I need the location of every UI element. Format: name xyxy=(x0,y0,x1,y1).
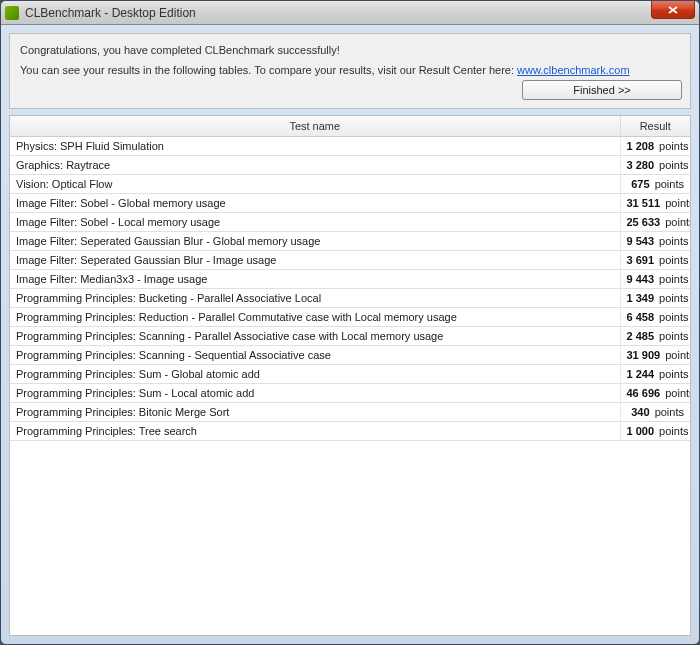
result-cell: 3 280 points xyxy=(620,155,690,174)
result-cell: 31 511 points xyxy=(620,193,690,212)
test-name-cell: Programming Principles: Scanning - Paral… xyxy=(10,326,620,345)
result-value: 9 443 xyxy=(627,273,655,285)
result-cell: 2 485 points xyxy=(620,326,690,345)
content-area: Congratulations, you have completed CLBe… xyxy=(1,25,699,644)
result-cell: 340 points xyxy=(620,402,690,421)
result-value: 31 909 xyxy=(627,349,661,361)
result-unit: points xyxy=(656,292,688,304)
table-row[interactable]: Programming Principles: Bitonic Merge So… xyxy=(10,402,690,421)
result-cell: 1 208 points xyxy=(620,136,690,155)
test-name-cell: Programming Principles: Bucketing - Para… xyxy=(10,288,620,307)
titlebar[interactable]: CLBenchmark - Desktop Edition xyxy=(1,1,699,25)
result-unit: points xyxy=(656,159,688,171)
test-name-cell: Image Filter: Median3x3 - Image usage xyxy=(10,269,620,288)
result-value: 9 543 xyxy=(627,235,655,247)
result-center-link[interactable]: www.clbenchmark.com xyxy=(517,64,629,76)
result-cell: 46 696 points xyxy=(620,383,690,402)
table-row[interactable]: Image Filter: Seperated Gaussian Blur - … xyxy=(10,231,690,250)
table-row[interactable]: Image Filter: Sobel - Local memory usage… xyxy=(10,212,690,231)
test-name-cell: Graphics: Raytrace xyxy=(10,155,620,174)
result-unit: points xyxy=(656,140,688,152)
result-unit: points xyxy=(656,254,688,266)
app-window: CLBenchmark - Desktop Edition Congratula… xyxy=(0,0,700,645)
table-row[interactable]: Programming Principles: Tree search1 000… xyxy=(10,421,690,440)
test-name-cell: Programming Principles: Tree search xyxy=(10,421,620,440)
window-controls xyxy=(651,1,699,19)
table-row[interactable]: Physics: SPH Fluid Simulation1 208 point… xyxy=(10,136,690,155)
table-row[interactable]: Programming Principles: Bucketing - Para… xyxy=(10,288,690,307)
result-value: 2 485 xyxy=(627,330,655,342)
table-row[interactable]: Image Filter: Sobel - Global memory usag… xyxy=(10,193,690,212)
result-cell: 9 443 points xyxy=(620,269,690,288)
results-prefix: You can see your results in the followin… xyxy=(20,64,517,76)
results-text: You can see your results in the followin… xyxy=(20,64,680,76)
test-name-cell: Image Filter: Sobel - Global memory usag… xyxy=(10,193,620,212)
result-cell: 675 points xyxy=(620,174,690,193)
test-name-cell: Programming Principles: Sum - Global ato… xyxy=(10,364,620,383)
close-icon xyxy=(668,6,678,14)
result-unit: points xyxy=(656,330,688,342)
result-cell: 25 633 points xyxy=(620,212,690,231)
test-name-cell: Programming Principles: Scanning - Seque… xyxy=(10,345,620,364)
table-row[interactable]: Programming Principles: Scanning - Paral… xyxy=(10,326,690,345)
result-cell: 6 458 points xyxy=(620,307,690,326)
results-table: Test name Result Physics: SPH Fluid Simu… xyxy=(10,116,690,441)
result-unit: points xyxy=(656,425,688,437)
result-unit: points xyxy=(652,406,684,418)
result-value: 6 458 xyxy=(627,311,655,323)
result-cell: 1 000 points xyxy=(620,421,690,440)
result-cell: 1 244 points xyxy=(620,364,690,383)
info-panel: Congratulations, you have completed CLBe… xyxy=(9,33,691,109)
table-row[interactable]: Programming Principles: Reduction - Para… xyxy=(10,307,690,326)
result-value: 1 349 xyxy=(627,292,655,304)
result-value: 25 633 xyxy=(627,216,661,228)
result-cell: 31 909 points xyxy=(620,345,690,364)
close-button[interactable] xyxy=(651,1,695,19)
table-row[interactable]: Programming Principles: Sum - Local atom… xyxy=(10,383,690,402)
test-name-cell: Image Filter: Seperated Gaussian Blur - … xyxy=(10,231,620,250)
result-unit: points xyxy=(662,387,690,399)
result-unit: points xyxy=(656,235,688,247)
header-result[interactable]: Result xyxy=(620,116,690,136)
test-name-cell: Programming Principles: Reduction - Para… xyxy=(10,307,620,326)
result-value: 1 244 xyxy=(627,368,655,380)
table-row[interactable]: Image Filter: Seperated Gaussian Blur - … xyxy=(10,250,690,269)
header-test-name[interactable]: Test name xyxy=(10,116,620,136)
result-unit: points xyxy=(662,349,690,361)
results-table-container: Test name Result Physics: SPH Fluid Simu… xyxy=(9,115,691,636)
result-value: 46 696 xyxy=(627,387,661,399)
congrats-text: Congratulations, you have completed CLBe… xyxy=(20,44,680,56)
finished-button[interactable]: Finished >> xyxy=(522,80,682,100)
test-name-cell: Programming Principles: Sum - Local atom… xyxy=(10,383,620,402)
result-unit: points xyxy=(656,368,688,380)
table-row[interactable]: Programming Principles: Sum - Global ato… xyxy=(10,364,690,383)
test-name-cell: Programming Principles: Bitonic Merge So… xyxy=(10,402,620,421)
result-unit: points xyxy=(656,273,688,285)
table-header-row: Test name Result xyxy=(10,116,690,136)
test-name-cell: Image Filter: Seperated Gaussian Blur - … xyxy=(10,250,620,269)
table-row[interactable]: Image Filter: Median3x3 - Image usage9 4… xyxy=(10,269,690,288)
table-row[interactable]: Programming Principles: Scanning - Seque… xyxy=(10,345,690,364)
test-name-cell: Physics: SPH Fluid Simulation xyxy=(10,136,620,155)
table-empty-area xyxy=(10,441,690,636)
result-value: 1 208 xyxy=(627,140,655,152)
test-name-cell: Image Filter: Sobel - Local memory usage xyxy=(10,212,620,231)
table-row[interactable]: Vision: Optical Flow675 points xyxy=(10,174,690,193)
result-unit: points xyxy=(662,216,690,228)
result-value: 31 511 xyxy=(627,197,661,209)
result-unit: points xyxy=(652,178,684,190)
result-value: 1 000 xyxy=(627,425,655,437)
window-title: CLBenchmark - Desktop Edition xyxy=(25,6,695,20)
table-row[interactable]: Graphics: Raytrace3 280 points xyxy=(10,155,690,174)
result-cell: 9 543 points xyxy=(620,231,690,250)
app-icon xyxy=(5,6,19,20)
result-cell: 1 349 points xyxy=(620,288,690,307)
result-unit: points xyxy=(662,197,690,209)
result-value: 3 691 xyxy=(627,254,655,266)
result-value: 340 xyxy=(631,406,649,418)
test-name-cell: Vision: Optical Flow xyxy=(10,174,620,193)
result-value: 3 280 xyxy=(627,159,655,171)
result-cell: 3 691 points xyxy=(620,250,690,269)
result-value: 675 xyxy=(631,178,649,190)
result-unit: points xyxy=(656,311,688,323)
